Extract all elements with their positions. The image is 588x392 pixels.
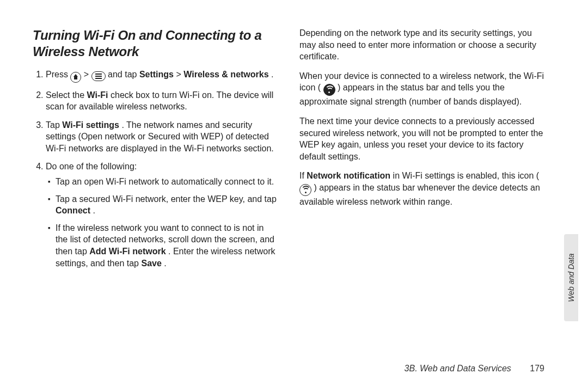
menu-button-icon (91, 71, 106, 81)
text: ) appears in the status bar whenever the… (299, 183, 540, 206)
substep-3: If the wireless network you want to conn… (48, 222, 278, 269)
text: Do one of the following: (46, 162, 137, 171)
wifi-available-icon (299, 184, 311, 196)
page-number: 179 (530, 364, 544, 373)
footer-section: 3B. Web and Data Services (405, 364, 511, 373)
paragraph-remember-network: The next time your device connects to a … (299, 115, 544, 162)
page-footer: 3B. Web and Data Services 179 (405, 364, 544, 373)
bold-network-notification: Network notification (307, 171, 390, 180)
home-button-icon (70, 72, 81, 83)
left-column: Turning Wi-Fi On and Connecting to a Wir… (33, 27, 278, 275)
paragraph-connected-icon: When your device is connected to a wirel… (299, 70, 544, 108)
text: Tap an open Wi-Fi network to automatical… (56, 177, 274, 186)
manual-page: Turning Wi-Fi On and Connecting to a Wir… (0, 0, 588, 392)
two-column-layout: Turning Wi-Fi On and Connecting to a Wir… (33, 27, 555, 275)
bold-wifi: Wi-Fi (87, 90, 108, 100)
paragraph-network-notification: If Network notification in Wi-Fi setting… (299, 170, 544, 207)
bold-settings: Settings (139, 70, 174, 79)
step-2: Select the Wi-Fi check box to turn Wi-Fi… (46, 89, 278, 113)
text: Press (46, 70, 70, 79)
bold-connect: Connect (56, 206, 90, 215)
side-tab-label: Web and Data (567, 253, 575, 302)
substep-2: Tap a secured Wi-Fi network, enter the W… (48, 193, 278, 217)
text: Tap (46, 120, 62, 130)
text: . (93, 206, 95, 215)
text: . (164, 259, 166, 268)
text: Tap a secured Wi-Fi network, enter the W… (56, 194, 277, 204)
bold-wifi-settings: Wi-Fi settings (62, 120, 119, 130)
step-4-sublist: Tap an open Wi-Fi network to automatical… (46, 176, 278, 269)
step-1: Press > and tap Settings > Wireless & ne… (46, 69, 278, 83)
text: > (84, 70, 91, 79)
section-heading: Turning Wi-Fi On and Connecting to a Wir… (33, 27, 278, 60)
text: If (299, 171, 307, 180)
wifi-connected-icon (323, 84, 335, 96)
bold-wireless-networks: Wireless & networks (183, 70, 268, 79)
text: . (271, 70, 273, 79)
bold-add-wifi: Add Wi-Fi network (89, 247, 166, 256)
paragraph-security: Depending on the network type and its se… (299, 27, 544, 63)
step-4: Do one of the following: Tap an open Wi-… (46, 161, 278, 269)
step-list: Press > and tap Settings > Wireless & ne… (33, 69, 278, 269)
text: > (176, 70, 183, 79)
step-3: Tap Wi-Fi settings . The network names a… (46, 119, 278, 155)
bold-save: Save (141, 259, 161, 268)
chapter-side-tab: Web and Data (564, 234, 578, 321)
text: Select the (46, 90, 87, 100)
substep-1: Tap an open Wi-Fi network to automatical… (48, 176, 278, 188)
text: in Wi-Fi settings is enabled, this icon … (393, 171, 540, 180)
right-column: Depending on the network type and its se… (299, 27, 544, 275)
text: and tap (108, 70, 139, 79)
